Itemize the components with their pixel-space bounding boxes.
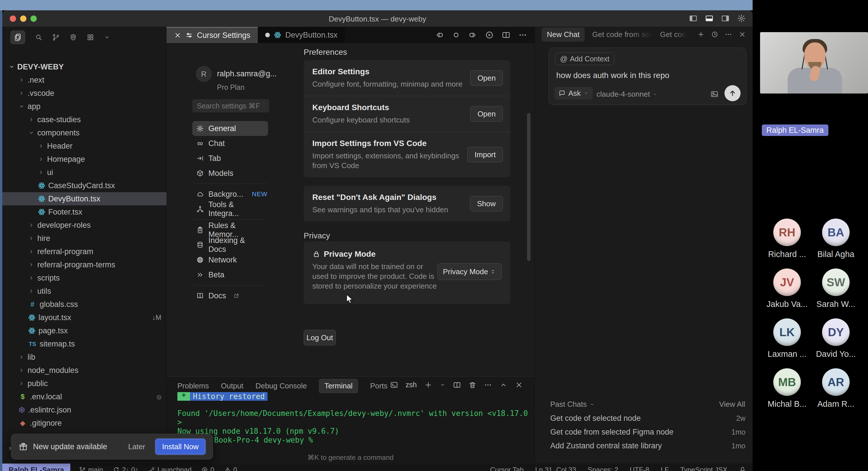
tab-get-code[interactable]: Get cod [660,30,686,39]
participant-avatar[interactable]: DY [822,318,849,346]
tree-file--gitignore[interactable]: ◆.gitignore [2,416,166,430]
new-terminal-icon[interactable] [424,381,432,389]
past-chat-item[interactable]: Add Zustand central state library1mo [550,439,745,452]
settings-search-input[interactable]: Search settings ⌘F [192,99,269,112]
status-item-warning[interactable]: 0 [224,466,237,471]
chat-input-card[interactable]: @ Add Context how does auth work in this… [549,47,747,105]
past-chat-item[interactable]: Get code of selected node2w [550,411,745,425]
participant-avatar[interactable]: AR [822,368,849,396]
tree-file-page-tsx[interactable]: page.tsx [2,324,166,337]
tree-folder--next[interactable]: .next [2,73,166,87]
close-panel-icon[interactable] [515,381,523,389]
participant-avatar[interactable]: SW [822,268,849,296]
status-item-utf-8[interactable]: UTF-8 [630,466,649,471]
settings-nav-rules-memor-[interactable]: Rules & Memor... [192,223,268,237]
tree-file-sitemap-ts[interactable]: TSsitemap.ts [2,337,166,350]
settings-nav-indexing-docs[interactable]: Indexing & Docs [192,237,268,253]
tree-file-footer-tsx[interactable]: Footer.tsx [2,205,166,218]
attach-image-icon[interactable] [710,90,719,98]
open-button[interactable]: Open [470,70,503,86]
tree-folder-referral-program[interactable]: referral-program [2,245,166,258]
split-editor-icon[interactable] [502,31,510,39]
settings-nav-models[interactable]: Models [192,166,268,181]
status-item-typescript-jsx[interactable]: TypeScript JSX [680,466,727,471]
view-all-link[interactable]: View All [719,400,745,409]
log-out-button[interactable]: Log Out [304,330,336,345]
tree-folder-homepage[interactable]: Homepage [2,153,166,166]
status-item-lf[interactable]: LF [661,466,669,471]
status-item-sync[interactable]: 2↓ 0↑ [113,466,138,471]
past-chat-item[interactable]: Get code from selected Figma node1mo [550,425,745,439]
tree-file-globals-css[interactable]: #globals.css [2,298,166,311]
settings-gear-icon[interactable] [737,14,746,23]
explorer-view-button[interactable] [10,30,25,44]
tree-folder-scripts[interactable]: scripts [2,271,166,284]
tab-new-chat[interactable]: New Chat [541,28,585,42]
status-item-cursor-tab[interactable]: Cursor Tab [490,466,524,471]
more-icon[interactable] [484,381,492,389]
tree-folder-case-studies[interactable]: case-studies [2,113,166,126]
history-icon[interactable] [711,31,718,38]
tree-folder-components[interactable]: components [2,126,166,139]
settings-nav-docs[interactable]: Docs [192,288,268,303]
run-icon[interactable] [485,31,494,39]
new-chat-icon[interactable] [697,31,705,38]
bell-icon[interactable] [739,465,746,471]
participant-avatar[interactable]: LK [773,318,801,346]
tree-folder-developer-roles[interactable]: developer-roles [2,218,166,232]
close-icon[interactable] [174,32,181,39]
participant-avatar[interactable]: RH [773,218,801,246]
status-item-links[interactable]: Launchpad [148,466,192,471]
tree-file--eslintrc-json[interactable]: .eslintrc.json [2,403,166,416]
settings-nav-tools-integra-[interactable]: Tools & Integra... [192,202,268,216]
tree-folder-public[interactable]: public [2,377,166,390]
tree-folder-header[interactable]: Header [2,139,166,153]
status-item-error[interactable]: 0 [201,466,214,471]
status-item-spaces-2[interactable]: Spaces: 2 [588,466,618,471]
mode-selector[interactable]: Ask [555,87,593,100]
source-control-icon[interactable] [52,34,60,41]
add-context-chip[interactable]: @ Add Context [555,53,614,65]
later-button[interactable]: Later [123,442,150,451]
show-button[interactable]: Show [470,196,503,211]
model-selector[interactable]: claude-4-sonnet [596,90,657,99]
tree-file--env-local[interactable]: $.env.local⦸ [2,390,166,403]
extensions-icon[interactable] [87,34,94,41]
close-icon[interactable] [739,31,746,38]
participant-avatar[interactable]: JV [773,268,801,296]
panel-tab-problems[interactable]: Problems [177,381,209,391]
chevron-down-icon[interactable] [104,34,110,40]
tree-file-layout-tsx[interactable]: layout.tsx↓M [2,311,166,324]
tree-folder-node-modules[interactable]: node_modules [2,364,166,377]
terminal-output[interactable]: *History restoredFound '/Users/home/Docu… [177,392,525,445]
status-item-ln-31-col-33[interactable]: Ln 31, Col 33 [535,466,576,471]
panel-tab-output[interactable]: Output [221,381,243,391]
tab-get-code-from-selection[interactable]: Get code from sele [592,30,652,39]
settings-nav-beta[interactable]: Beta [192,267,268,282]
privacy-mode-select[interactable]: Privacy Mode [437,263,502,280]
import-button[interactable]: Import [467,147,503,162]
settings-nav-backgro-[interactable]: Backgro...NEW [192,187,268,202]
more-actions-icon[interactable] [518,31,527,39]
open-button[interactable]: Open [470,106,503,122]
participant-avatar[interactable]: BA [822,218,849,246]
panel-tab-debug-console[interactable]: Debug Console [255,381,307,391]
tree-folder-hire[interactable]: hire [2,232,166,245]
tree-folder-referral-program-terms[interactable]: referral-program-terms [2,258,166,271]
toggle-panel-left-icon[interactable] [689,14,698,23]
settings-nav-general[interactable]: General [192,121,268,136]
explorer-root-folder[interactable]: DEVY-WEBY [2,60,166,73]
install-now-button[interactable]: Install Now [156,439,205,455]
settings-nav-network[interactable]: Network [192,253,268,267]
more-icon[interactable] [725,31,732,38]
split-terminal-icon[interactable] [453,381,461,389]
tree-folder-app[interactable]: app [2,100,166,113]
nav-forward-icon[interactable] [468,31,477,39]
nav-dot-icon[interactable] [452,31,460,39]
chat-message-input[interactable]: how does auth work in this repo [556,71,670,80]
settings-scrollbar[interactable] [527,113,530,261]
status-user-badge[interactable]: Ralph EL-Samra [2,464,70,471]
presenter-video[interactable] [760,32,868,94]
toggle-panel-bottom-icon[interactable] [705,14,714,23]
past-chats-header[interactable]: Past Chats [550,400,595,409]
